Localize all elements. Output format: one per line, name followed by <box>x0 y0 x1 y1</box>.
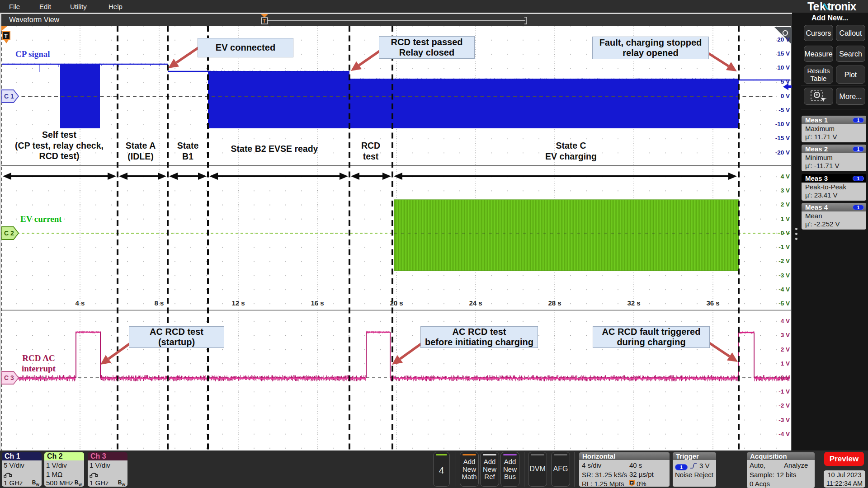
svg-text:C 1: C 1 <box>4 93 14 100</box>
svg-text:C 3: C 3 <box>4 374 14 381</box>
svg-text:tronix: tronix <box>827 1 857 13</box>
svg-text:T: T <box>4 33 8 39</box>
svg-text:T: T <box>631 481 633 485</box>
svg-text:T: T <box>263 18 266 23</box>
svg-text:Te: Te <box>807 1 819 13</box>
svg-text:C 2: C 2 <box>4 230 14 237</box>
